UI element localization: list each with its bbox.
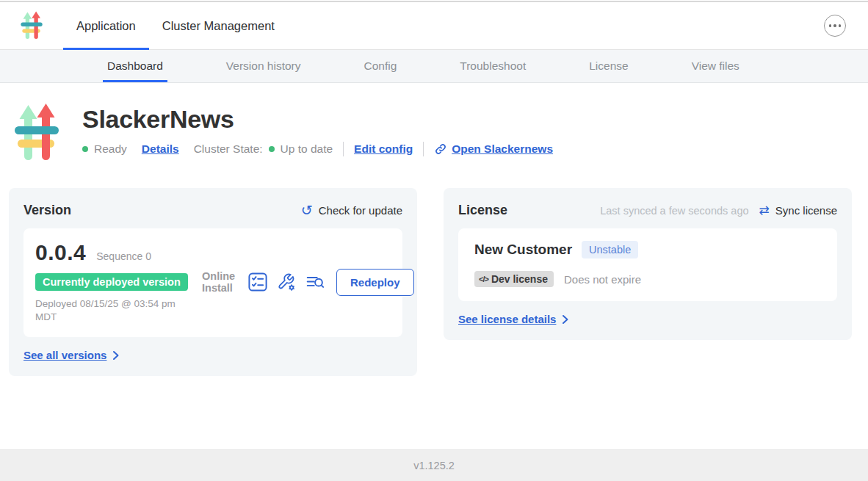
license-card: License Last synced a few seconds ago ⇄ … [444,188,852,340]
app-status-text: Ready [94,142,127,156]
dashboard-main: SlackerNews Ready Details Cluster State:… [0,83,868,449]
tab-cluster-management-label: Cluster Management [162,19,275,33]
code-icon: </> [479,275,488,283]
console-version: v1.125.2 [413,460,455,471]
nav-version-history[interactable]: Version history [222,50,305,82]
wrench-gear-icon [277,272,296,292]
sequence-label: Sequence 0 [96,250,151,262]
view-logs-button[interactable] [305,272,325,292]
status-details-link[interactable]: Details [142,142,179,156]
last-synced-text: Last synced a few seconds ago [600,205,748,217]
license-type-badge: </> Dev license [474,271,554,287]
license-panel: New Customer Unstable </> Dev license Do… [458,228,837,301]
ellipsis-icon [829,24,832,27]
app-icon [15,103,62,163]
more-options-button[interactable] [824,15,846,37]
logs-search-icon [305,272,325,292]
divider [423,142,424,156]
sync-icon: ⇄ [759,204,770,217]
nav-view-files-label: View files [692,59,739,73]
tab-cluster-management[interactable]: Cluster Management [149,2,288,49]
check-for-update-link[interactable]: ↺ Check for update [301,203,402,217]
checklist-icon [248,272,267,292]
license-expiry: Does not expire [564,273,641,286]
chevron-right-icon [112,350,120,361]
page-title: SlackerNews [82,105,553,134]
refresh-icon: ↺ [301,203,313,217]
license-card-title: License [458,203,507,218]
tab-application-label: Application [76,19,136,33]
logo-arrows-icon [21,11,44,40]
edit-config-button[interactable] [277,272,296,292]
version-number: 0.0.4 [35,240,86,265]
dashboard-cards: Version ↺ Check for update 0.0.4 Sequenc… [9,188,859,376]
cluster-state-label: Cluster State: [194,142,263,156]
nav-version-history-label: Version history [226,59,301,73]
current-version-panel: 0.0.4 Sequence 0 Currently deployed vers… [23,228,402,337]
sync-license-label: Sync license [775,204,837,217]
chevron-right-icon [562,314,569,325]
channel-badge: Unstable [582,241,638,258]
nav-config[interactable]: Config [360,50,402,82]
license-type-label: Dev license [491,273,548,285]
nav-view-files[interactable]: View files [687,50,744,82]
version-card-title: Version [23,203,71,218]
open-app-link[interactable]: Open Slackernews [434,142,553,156]
edit-config-link[interactable]: Edit config [354,142,413,156]
nav-dashboard-label: Dashboard [107,59,163,73]
version-card: Version ↺ Check for update 0.0.4 Sequenc… [9,188,417,376]
link-icon [434,142,447,156]
deployed-badge: Currently deployed version [35,273,188,291]
divider [343,142,344,156]
app-nav: Dashboard Version history Config Trouble… [0,50,868,83]
top-nav: Application Cluster Management [0,2,868,50]
see-license-details-link[interactable]: See license details [458,313,556,325]
see-all-versions-link[interactable]: See all versions [23,349,106,361]
nav-dashboard[interactable]: Dashboard [103,50,167,82]
app-status-dot [82,146,88,152]
app-status-row: Ready Details Cluster State: Up to date … [82,142,553,156]
cluster-state-text: Up to date [281,142,333,156]
check-for-update-label: Check for update [319,204,402,217]
redeploy-button[interactable]: Redeploy [336,269,414,296]
nav-license[interactable]: License [585,50,632,82]
preflight-checks-button[interactable] [248,272,267,292]
customer-name: New Customer [474,242,572,258]
cluster-state-dot [269,146,275,152]
app-logo [21,2,44,49]
app-header: SlackerNews Ready Details Cluster State:… [0,83,868,163]
footer: v1.125.2 [0,449,868,481]
nav-troubleshoot[interactable]: Troubleshoot [455,50,530,82]
sync-license-link[interactable]: ⇄ Sync license [759,204,837,217]
install-type-label: Online Install [202,270,239,294]
nav-config-label: Config [364,59,397,73]
tab-application[interactable]: Application [63,2,149,49]
open-app-label: Open Slackernews [452,142,553,156]
nav-troubleshoot-label: Troubleshoot [460,59,526,73]
nav-license-label: License [589,59,628,73]
deployed-timestamp: Deployed 08/15/25 @ 03:54 pm MDT [35,297,193,324]
